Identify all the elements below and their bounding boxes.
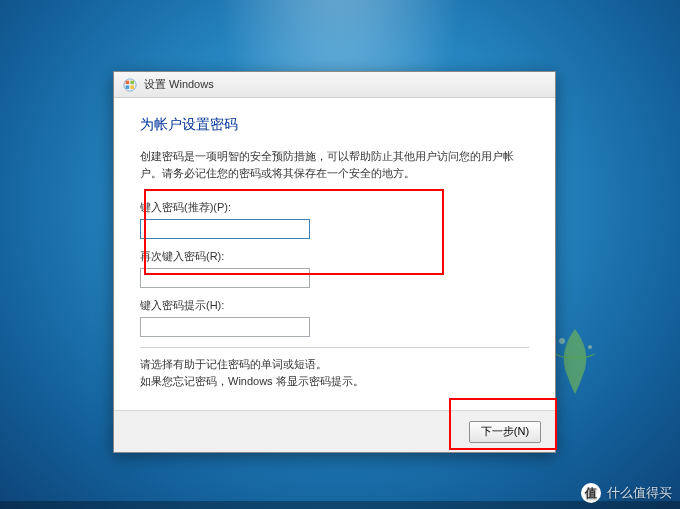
watermark: 值 什么值得买 bbox=[581, 483, 672, 503]
help-line-1: 请选择有助于记住密码的单词或短语。 bbox=[140, 356, 529, 373]
divider bbox=[140, 347, 529, 348]
svg-rect-4 bbox=[130, 80, 134, 84]
svg-point-1 bbox=[588, 345, 592, 349]
setup-dialog: 设置 Windows 为帐户设置密码 创建密码是一项明智的安全预防措施，可以帮助… bbox=[113, 71, 556, 453]
dialog-content: 为帐户设置密码 创建密码是一项明智的安全预防措施，可以帮助防止其他用户访问您的用… bbox=[114, 98, 555, 410]
help-line-2: 如果您忘记密码，Windows 将显示密码提示。 bbox=[140, 373, 529, 390]
watermark-text: 什么值得买 bbox=[607, 484, 672, 502]
window-title: 设置 Windows bbox=[144, 77, 214, 92]
svg-rect-5 bbox=[126, 85, 130, 89]
hint-group: 键入密码提示(H): bbox=[140, 298, 529, 337]
intro-text: 创建密码是一项明智的安全预防措施，可以帮助防止其他用户访问您的用户帐户。请务必记… bbox=[140, 148, 529, 182]
hint-label: 键入密码提示(H): bbox=[140, 298, 529, 313]
next-button[interactable]: 下一步(N) bbox=[469, 421, 541, 443]
dialog-footer: 下一步(N) bbox=[114, 410, 555, 452]
retype-group: 再次键入密码(R): bbox=[140, 249, 529, 288]
svg-rect-3 bbox=[126, 80, 130, 84]
svg-rect-6 bbox=[130, 85, 134, 89]
password-label: 键入密码(推荐)(P): bbox=[140, 200, 529, 215]
retype-password-input[interactable] bbox=[140, 268, 310, 288]
page-heading: 为帐户设置密码 bbox=[140, 116, 529, 134]
retype-label: 再次键入密码(R): bbox=[140, 249, 529, 264]
password-group: 键入密码(推荐)(P): bbox=[140, 200, 529, 239]
password-input[interactable] bbox=[140, 219, 310, 239]
svg-point-0 bbox=[559, 338, 565, 344]
taskbar bbox=[0, 501, 680, 509]
windows-icon bbox=[122, 77, 138, 93]
password-hint-input[interactable] bbox=[140, 317, 310, 337]
titlebar: 设置 Windows bbox=[114, 72, 555, 98]
watermark-badge: 值 bbox=[581, 483, 601, 503]
